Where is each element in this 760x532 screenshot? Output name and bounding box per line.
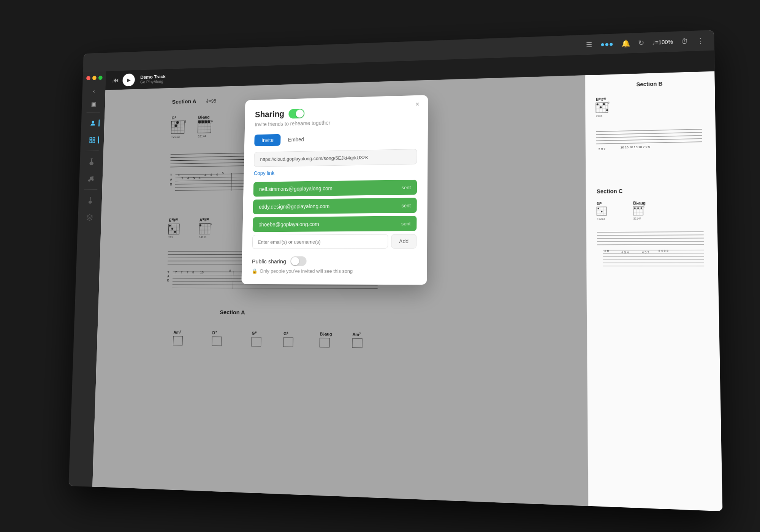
svg-text:G⁶: G⁶: [597, 201, 602, 206]
svg-text:2 0: 2 0: [605, 249, 609, 253]
sidebar-item-layer[interactable]: [82, 210, 98, 226]
svg-line-168: [603, 250, 704, 250]
rewind-button[interactable]: ⏮: [112, 76, 119, 84]
sidebar-divider-1: [87, 112, 100, 113]
svg-rect-1: [90, 138, 92, 140]
main-with-player: ⏮ ▶ Demo Track Go PlayAlong Section A: [92, 51, 722, 511]
svg-line-139: [596, 142, 702, 144]
public-sharing-desc: 🔒 Only people you've invited will see th…: [252, 268, 416, 274]
svg-rect-2: [93, 138, 95, 140]
public-sharing-toggle[interactable]: [290, 256, 307, 266]
dots-icon[interactable]: ●●●: [600, 40, 613, 48]
copy-link-button[interactable]: Copy link: [254, 170, 275, 176]
invited-email-0: nell.simmons@goplayalong.com: [259, 185, 332, 192]
svg-text:B⁹⁽#⁹⁾: B⁹⁽#⁹⁾: [596, 97, 606, 101]
sidebar-item-guitar2[interactable]: [82, 192, 98, 208]
sent-badge-0: sent: [402, 184, 411, 190]
play-button[interactable]: ▶: [122, 73, 135, 86]
right-panel: Section B B⁹⁽#⁹⁾: [585, 71, 722, 511]
public-sharing-description: Only people you've invited will see this…: [260, 268, 353, 274]
email-input[interactable]: [252, 234, 388, 249]
svg-text:32144: 32144: [633, 217, 641, 220]
svg-text:7 9 7: 7 9 7: [598, 147, 605, 151]
svg-text:4 5 7: 4 5 7: [642, 250, 649, 254]
sharing-title: Sharing: [255, 109, 285, 119]
more-icon[interactable]: ⋮: [697, 36, 704, 45]
sidebar-item-guitar[interactable]: [84, 154, 99, 170]
track-info: Demo Track Go PlayAlong: [140, 74, 166, 84]
sheet-and-right: Section A ♩=95 𝅘𝅥𝅮𝅘𝅥 G⁶: [92, 71, 722, 511]
svg-line-138: [596, 139, 702, 141]
svg-line-137: [596, 136, 702, 138]
refresh-icon[interactable]: ↻: [638, 39, 644, 48]
invited-user-row-2: phoebe@goplayalong.com sent: [253, 216, 417, 232]
svg-point-131: [603, 103, 605, 105]
sharing-toggle[interactable]: [288, 109, 304, 119]
svg-rect-4: [93, 141, 95, 143]
sent-badge-1: sent: [401, 203, 411, 208]
modal-tabs: Invite Embed: [254, 131, 417, 146]
add-email-button[interactable]: Add: [391, 234, 416, 249]
svg-text:4 4 5 5: 4 4 5 5: [658, 249, 668, 253]
svg-text:Section C: Section C: [597, 188, 623, 195]
tempo-display: ♩=100%: [652, 39, 673, 46]
panel-toggle-btn[interactable]: ▣: [86, 98, 101, 110]
invited-email-2: phoebe@goplayalong.com: [258, 221, 319, 228]
sidebar-divider-3: [84, 189, 98, 190]
svg-line-136: [596, 132, 702, 135]
tab-embed[interactable]: Embed: [281, 133, 312, 146]
email-input-row: Add: [252, 234, 416, 249]
sidebar-item-chords[interactable]: [85, 132, 100, 148]
svg-line-124: [596, 106, 608, 106]
maximize-traffic[interactable]: [98, 76, 103, 80]
back-btn[interactable]: ‹: [86, 86, 101, 97]
svg-point-8: [88, 179, 90, 182]
svg-point-10: [89, 201, 92, 204]
modal-close-button[interactable]: ×: [413, 100, 422, 109]
tab-invite[interactable]: Invite: [254, 134, 281, 146]
svg-line-164: [597, 235, 704, 235]
public-sharing-label: Public sharing: [252, 258, 286, 264]
svg-line-165: [597, 238, 704, 239]
svg-point-5: [89, 162, 93, 165]
svg-rect-11: [90, 197, 91, 201]
svg-point-150: [601, 211, 602, 212]
timer-icon[interactable]: ⏱: [681, 37, 689, 46]
menu-lines-icon[interactable]: ☰: [586, 41, 592, 49]
app-window: ☰ ●●● 🔔 ↻ ♩=100% ⏱ ⋮ ‹ ▣: [69, 30, 722, 511]
share-url[interactable]: https://cloud.goplayalong.com/song/5EJkt…: [254, 149, 417, 167]
svg-point-160: [637, 207, 639, 209]
close-traffic[interactable]: [86, 76, 90, 80]
svg-text:5: 5: [608, 101, 610, 104]
svg-point-159: [634, 207, 635, 209]
svg-point-161: [641, 207, 642, 209]
svg-line-163: [597, 232, 704, 233]
bell-icon[interactable]: 🔔: [621, 39, 630, 48]
svg-point-0: [92, 121, 94, 123]
invited-user-row-1: eddy.design@goplayalong.com sent: [253, 198, 417, 214]
track-artist: Go PlayAlong: [140, 79, 166, 84]
sidebar-divider-2: [85, 150, 99, 151]
sidebar-item-user[interactable]: [85, 115, 100, 131]
svg-text:T2213: T2213: [597, 217, 605, 220]
sharing-modal: × Sharing Invite friends to rehearse tog…: [241, 95, 428, 285]
sidebar-item-music[interactable]: [83, 171, 99, 187]
svg-point-130: [600, 106, 602, 108]
minimize-traffic[interactable]: [92, 76, 97, 80]
sharing-subtitle: Invite friends to rehearse together: [255, 117, 417, 127]
sheet-scroll: Section A ♩=95 𝅘𝅥𝅮𝅘𝅥 G⁶: [92, 75, 588, 506]
svg-text:4: 4: [643, 205, 645, 208]
traffic-lights: [85, 74, 104, 82]
lock-icon: 🔒: [252, 268, 257, 274]
svg-point-129: [597, 103, 598, 105]
svg-line-167: [597, 244, 704, 245]
svg-text:10 10 10 10 10 7 9 9: 10 10 10 10 10 7 9 9: [621, 145, 650, 149]
svg-line-135: [596, 129, 702, 131]
modal-overlay: × Sharing Invite friends to rehearse tog…: [92, 75, 588, 506]
section-b-label: Section B: [592, 79, 708, 89]
svg-text:2134: 2134: [596, 114, 602, 117]
invited-user-row-0: nell.simmons@goplayalong.com sent: [253, 180, 417, 197]
app-content: ‹ ▣: [69, 51, 722, 511]
svg-line-166: [597, 241, 704, 242]
app-window-wrapper: ☰ ●●● 🔔 ↻ ♩=100% ⏱ ⋮ ‹ ▣: [69, 30, 722, 511]
